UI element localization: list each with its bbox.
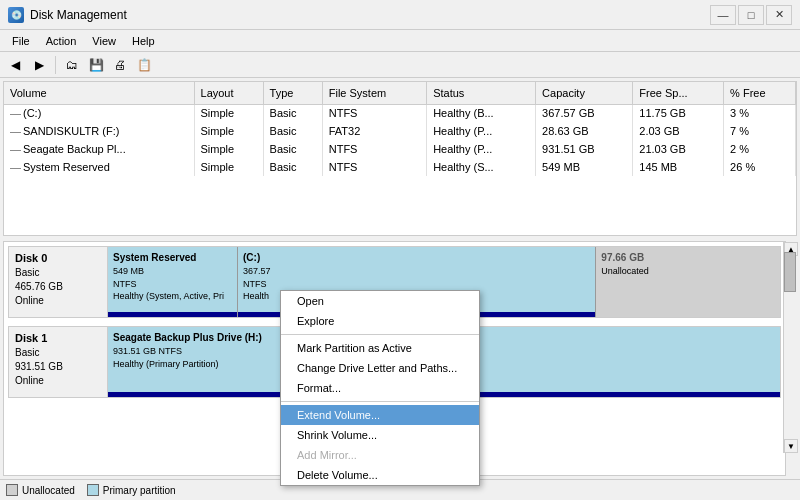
context-menu-item-mark-partition-as-active[interactable]: Mark Partition as Active: [281, 338, 479, 358]
print-button[interactable]: 🖨: [109, 55, 131, 75]
col-filesystem[interactable]: File System: [322, 82, 426, 104]
context-menu-separator: [281, 401, 479, 402]
legend-primary-label: Primary partition: [103, 485, 176, 496]
back-button[interactable]: ◀: [4, 55, 26, 75]
legend-unallocated: Unallocated: [6, 484, 75, 496]
disk-1-label: Disk 1 Basic 931.51 GB Online: [8, 326, 108, 398]
col-volume[interactable]: Volume: [4, 82, 194, 104]
context-menu-item-shrink-volume---[interactable]: Shrink Volume...: [281, 425, 479, 445]
context-menu: OpenExploreMark Partition as ActiveChang…: [280, 290, 480, 486]
col-freespace[interactable]: Free Sp...: [633, 82, 724, 104]
volume-table-container: Volume Layout Type File System Status Ca…: [3, 81, 797, 236]
disk-0-status: Online: [15, 294, 101, 308]
col-capacity[interactable]: Capacity: [536, 82, 633, 104]
context-menu-item-delete-volume---[interactable]: Delete Volume...: [281, 465, 479, 485]
context-menu-item-change-drive-letter-and-paths---[interactable]: Change Drive Letter and Paths...: [281, 358, 479, 378]
disk-0-name: Disk 0: [15, 251, 101, 266]
disk-0-size: 465.76 GB: [15, 280, 101, 294]
table-row[interactable]: —System ReservedSimpleBasicNTFSHealthy (…: [4, 158, 796, 176]
disk-0-type: Basic: [15, 266, 101, 280]
col-type[interactable]: Type: [263, 82, 322, 104]
app-icon: 💿: [8, 7, 24, 23]
save-button[interactable]: 💾: [85, 55, 107, 75]
table-row[interactable]: —Seagate Backup Pl...SimpleBasicNTFSHeal…: [4, 140, 796, 158]
col-layout[interactable]: Layout: [194, 82, 263, 104]
disk-stripe-1: [108, 312, 237, 317]
partition-system-reserved[interactable]: System Reserved 549 MB NTFS Healthy (Sys…: [108, 247, 238, 317]
window-controls: — □ ✕: [710, 5, 792, 25]
disk-1-name: Disk 1: [15, 331, 101, 346]
volume-table: Volume Layout Type File System Status Ca…: [4, 82, 796, 176]
window-title: Disk Management: [30, 8, 710, 22]
menu-action[interactable]: Action: [38, 33, 85, 49]
menu-help[interactable]: Help: [124, 33, 163, 49]
toolbar: ◀ ▶ 🗂 💾 🖨 📋: [0, 52, 800, 78]
col-status[interactable]: Status: [427, 82, 536, 104]
menu-bar: File Action View Help: [0, 30, 800, 52]
menu-view[interactable]: View: [84, 33, 124, 49]
context-menu-item-extend-volume---[interactable]: Extend Volume...: [281, 405, 479, 425]
menu-file[interactable]: File: [4, 33, 38, 49]
close-button[interactable]: ✕: [766, 5, 792, 25]
folder-button[interactable]: 🗂: [61, 55, 83, 75]
disk-1-size: 931.51 GB: [15, 360, 101, 374]
disk-0-label: Disk 0 Basic 465.76 GB Online: [8, 246, 108, 318]
vertical-scrollbar[interactable]: ▲ ▼: [783, 242, 797, 453]
forward-button[interactable]: ▶: [28, 55, 50, 75]
legend-primary: Primary partition: [87, 484, 176, 496]
title-bar: 💿 Disk Management — □ ✕: [0, 0, 800, 30]
clipboard-button[interactable]: 📋: [133, 55, 155, 75]
legend-unallocated-box: [6, 484, 18, 496]
col-pctfree[interactable]: % Free: [724, 82, 796, 104]
minimize-button[interactable]: —: [710, 5, 736, 25]
context-menu-item-add-mirror---: Add Mirror...: [281, 445, 479, 465]
context-menu-item-open[interactable]: Open: [281, 291, 479, 311]
legend-primary-box: [87, 484, 99, 496]
scroll-down-arrow[interactable]: ▼: [784, 439, 798, 453]
table-row[interactable]: —SANDISKULTR (F:)SimpleBasicFAT32Healthy…: [4, 122, 796, 140]
scroll-thumb[interactable]: [784, 252, 796, 292]
toolbar-separator-1: [55, 56, 56, 74]
context-menu-item-format---[interactable]: Format...: [281, 378, 479, 398]
legend-unallocated-label: Unallocated: [22, 485, 75, 496]
maximize-button[interactable]: □: [738, 5, 764, 25]
disk-1-status: Online: [15, 374, 101, 388]
context-menu-separator: [281, 334, 479, 335]
table-row[interactable]: —(C:)SimpleBasicNTFSHealthy (B...367.57 …: [4, 104, 796, 122]
context-menu-item-explore[interactable]: Explore: [281, 311, 479, 331]
partition-unallocated-0[interactable]: 97.66 GB Unallocated: [596, 247, 780, 317]
disk-1-type: Basic: [15, 346, 101, 360]
